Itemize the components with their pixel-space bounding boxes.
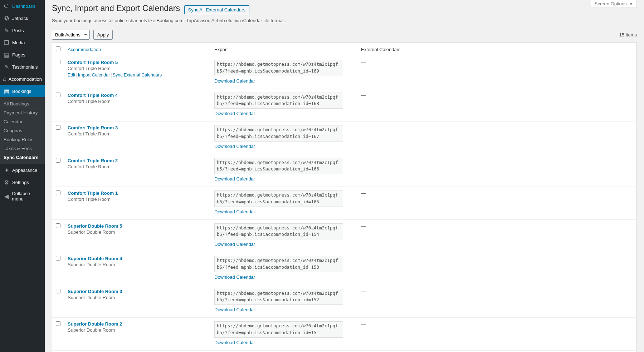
accommodation-title[interactable]: Comfort Triple Room 3	[68, 125, 207, 130]
submenu-item-coupons[interactable]: Coupons	[0, 126, 45, 135]
menu-item-jetpack[interactable]: ✪Jetpack	[0, 12, 45, 24]
menu-item-collapse-menu[interactable]: ◀Collapse menu	[0, 188, 45, 204]
accommodation-title[interactable]: Comfort Triple Room 2	[68, 158, 207, 163]
admin-sidebar: ⏲Dashboard✪Jetpack✎Posts❐Media▤Pages✎Tes…	[0, 0, 45, 352]
download-calendar-link[interactable]: Download Calendar	[214, 209, 255, 214]
submenu-item-all-bookings[interactable]: All Bookings	[0, 99, 45, 108]
menu-item-settings[interactable]: ⚙Settings	[0, 176, 45, 188]
download-calendar-link[interactable]: Download Calendar	[214, 78, 255, 84]
accommodation-title[interactable]: Superior Double Room 5	[68, 223, 207, 229]
accommodation-type: Comfort Triple Room	[68, 66, 207, 71]
table-row: Comfort Triple Room 5Comfort Triple Room…	[52, 56, 637, 89]
download-calendar-link[interactable]: Download Calendar	[214, 274, 255, 280]
download-calendar-link[interactable]: Download Calendar	[214, 340, 255, 345]
accommodation-title[interactable]: Comfort Triple Room 5	[68, 60, 207, 65]
export-url[interactable]: https://hbdemo.getmotopress.com/w70z4tm2…	[214, 321, 343, 338]
accommodation-type: Comfort Triple Room	[68, 99, 207, 104]
export-url[interactable]: https://hbdemo.getmotopress.com/w70z4tm2…	[214, 289, 343, 305]
export-url[interactable]: https://hbdemo.getmotopress.com/w70z4tm2…	[214, 93, 343, 109]
menu-item-accommodation[interactable]: ⌂Accommodation	[0, 73, 45, 85]
jetpack-icon: ✪	[3, 15, 10, 22]
download-calendar-link[interactable]: Download Calendar	[214, 111, 255, 116]
external-calendars-value: —	[361, 256, 366, 261]
menu-item-dashboard[interactable]: ⏲Dashboard	[0, 0, 45, 12]
main-content: Screen Options ▼ Sync, Import and Export…	[45, 0, 644, 352]
menu-item-posts[interactable]: ✎Posts	[0, 24, 45, 36]
sync-external-link[interactable]: Sync External Calendars	[113, 73, 162, 78]
menu-label: Collapse menu	[12, 191, 42, 202]
external-calendars-value: —	[361, 190, 366, 196]
testimonials-icon: ✎	[3, 63, 10, 70]
collapse-menu-icon: ◀	[3, 193, 10, 200]
export-url[interactable]: https://hbdemo.getmotopress.com/w70z4tm2…	[214, 223, 343, 240]
export-url[interactable]: https://hbdemo.getmotopress.com/w70z4tm2…	[214, 256, 343, 272]
export-url[interactable]: https://hbdemo.getmotopress.com/w70z4tm2…	[214, 60, 343, 76]
edit-link[interactable]: Edit	[68, 73, 75, 78]
table-row: Superior Double Room 1Superior Double Ro…	[52, 350, 637, 352]
accommodation-title[interactable]: Superior Double Room 2	[68, 321, 207, 327]
accommodation-type: Comfort Triple Room	[68, 164, 207, 169]
col-accommodation[interactable]: Accommodation	[68, 47, 101, 52]
export-url[interactable]: https://hbdemo.getmotopress.com/w70z4tm2…	[214, 125, 343, 142]
menu-item-appearance[interactable]: ✦Appearance	[0, 164, 45, 176]
submenu-item-calendar[interactable]: Calendar	[0, 117, 45, 126]
menu-label: Bookings	[12, 89, 31, 94]
export-url[interactable]: https://hbdemo.getmotopress.com/w70z4tm2…	[214, 190, 343, 207]
apply-button[interactable]: Apply	[93, 30, 113, 40]
row-checkbox[interactable]	[56, 321, 60, 326]
sync-all-button[interactable]: Sync All External Calendars	[184, 5, 249, 14]
row-checkbox[interactable]	[56, 256, 60, 261]
external-calendars-value: —	[361, 93, 366, 98]
submenu-item-taxes-fees[interactable]: Taxes & Fees	[0, 144, 45, 153]
download-calendar-link[interactable]: Download Calendar	[214, 307, 255, 312]
submenu-item-sync-calendars[interactable]: Sync Calendars	[0, 153, 45, 162]
page-title: Sync, Import and Export Calendars	[52, 4, 180, 13]
menu-item-pages[interactable]: ▤Pages	[0, 49, 45, 61]
calendars-table: Accommodation Export External Calendars …	[52, 43, 637, 352]
appearance-icon: ✦	[3, 167, 10, 174]
accommodation-title[interactable]: Superior Double Room 3	[68, 289, 207, 294]
row-checkbox[interactable]	[56, 223, 60, 228]
col-external: External Calendars	[357, 43, 637, 56]
external-calendars-value: —	[361, 223, 366, 229]
import-calendar-link[interactable]: Import Calendar	[78, 73, 110, 78]
accommodation-type: Superior Double Room	[68, 229, 207, 235]
table-row: Superior Double Room 2Superior Double Ro…	[52, 318, 637, 351]
row-checkbox[interactable]	[56, 289, 60, 293]
external-calendars-value: —	[361, 158, 366, 163]
bookings-icon: ▤	[3, 88, 10, 95]
table-row: Superior Double Room 4Superior Double Ro…	[52, 252, 637, 285]
menu-item-testimonials[interactable]: ✎Testimonials	[0, 61, 45, 73]
menu-label: Jetpack	[12, 16, 28, 21]
accommodation-title[interactable]: Comfort Triple Room 4	[68, 93, 207, 98]
items-count: 15 items	[619, 32, 637, 38]
download-calendar-link[interactable]: Download Calendar	[214, 242, 255, 247]
table-row: Comfort Triple Room 1Comfort Triple Room…	[52, 187, 637, 220]
table-row: Comfort Triple Room 2Comfort Triple Room…	[52, 154, 637, 187]
export-url[interactable]: https://hbdemo.getmotopress.com/w70z4tm2…	[214, 158, 343, 174]
table-row: Comfort Triple Room 4Comfort Triple Room…	[52, 89, 637, 122]
screen-options-toggle[interactable]: Screen Options ▼	[591, 0, 637, 8]
download-calendar-link[interactable]: Download Calendar	[214, 144, 255, 149]
row-checkbox[interactable]	[56, 125, 60, 130]
menu-item-bookings[interactable]: ▤Bookings	[0, 85, 45, 97]
accommodation-type: Superior Double Room	[68, 262, 207, 267]
select-all-checkbox[interactable]	[56, 46, 60, 51]
accommodation-title[interactable]: Comfort Triple Room 1	[68, 190, 207, 196]
accommodation-type: Superior Double Room	[68, 295, 207, 300]
accommodation-title[interactable]: Superior Double Room 4	[68, 256, 207, 261]
menu-label: Settings	[12, 180, 29, 185]
external-calendars-value: —	[361, 125, 366, 130]
external-calendars-value: —	[361, 289, 366, 294]
row-checkbox[interactable]	[56, 93, 60, 97]
bulk-actions-select[interactable]: Bulk Actions	[52, 30, 90, 40]
submenu-item-booking-rules[interactable]: Booking Rules	[0, 135, 45, 144]
row-checkbox[interactable]	[56, 158, 60, 163]
row-checkbox[interactable]	[56, 190, 60, 195]
download-calendar-link[interactable]: Download Calendar	[214, 176, 255, 182]
chevron-down-icon: ▼	[629, 2, 633, 6]
row-checkbox[interactable]	[56, 60, 60, 64]
menu-item-media[interactable]: ❐Media	[0, 36, 45, 49]
submenu-item-payment-history[interactable]: Payment History	[0, 108, 45, 117]
menu-label: Media	[12, 40, 25, 45]
